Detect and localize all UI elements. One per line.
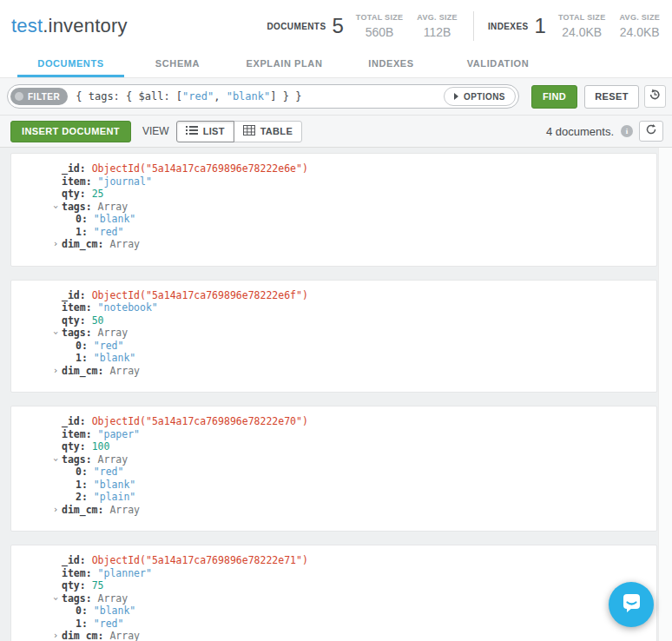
query-bar: FILTER { tags: { $all: ["red", "blank"] …: [0, 78, 672, 116]
field-value: "blank": [94, 479, 135, 491]
document-card[interactable]: _id: ObjectId("5a14a17ca769896e78222e6f"…: [10, 280, 657, 393]
field-value: "journal": [98, 175, 152, 188]
documents-stat-label: DOCUMENTS: [267, 22, 326, 31]
document-field[interactable]: 0: "red": [11, 340, 656, 353]
field-key: tags:: [62, 327, 92, 339]
document-field[interactable]: ›tags: Array: [11, 201, 656, 214]
triangle-right-icon: [454, 93, 458, 100]
field-value: "blank": [94, 213, 135, 225]
table-grid-icon: [243, 125, 260, 137]
document-field[interactable]: _id: ObjectId("5a14a17ca769896e78222e70"…: [11, 415, 656, 428]
field-value: Array: [109, 630, 140, 641]
document-field[interactable]: _id: ObjectId("5a14a17ca769896e78222e71"…: [11, 554, 656, 567]
expand-caret-icon[interactable]: ›: [51, 630, 60, 641]
document-field[interactable]: 1: "blank": [11, 352, 656, 365]
query-history-button[interactable]: [644, 85, 666, 108]
chat-widget-button[interactable]: [609, 582, 654, 627]
collection-name: .inventory: [43, 15, 127, 36]
field-value: 100: [92, 440, 110, 453]
document-field[interactable]: item: "journal": [11, 175, 656, 188]
scrollbar-track[interactable]: [658, 148, 672, 641]
insert-document-button[interactable]: INSERT DOCUMENT: [10, 121, 131, 142]
document-field[interactable]: qty: 100: [11, 440, 656, 453]
document-card[interactable]: _id: ObjectId("5a14a17ca769896e78222e6e"…: [10, 153, 657, 267]
filter-input[interactable]: { tags: { $all: ["red", "blank"] } }: [68, 90, 444, 102]
filter-query-segment: ] } }: [270, 90, 301, 102]
document-field[interactable]: 1: "red": [11, 226, 656, 239]
view-switcher: LIST TABLE: [176, 121, 302, 142]
document-field[interactable]: item: "paper": [11, 428, 656, 441]
document-field[interactable]: ›tags: Array: [11, 453, 656, 466]
query-history-icon: [648, 88, 662, 105]
document-card[interactable]: _id: ObjectId("5a14a17ca769896e78222e71"…: [10, 545, 657, 641]
document-field[interactable]: ›tags: Array: [11, 327, 656, 340]
document-field[interactable]: qty: 50: [11, 314, 656, 327]
refresh-documents-button[interactable]: [639, 121, 663, 142]
field-value: ObjectId("5a14a17ca769896e78222e71"): [92, 554, 308, 566]
field-value: Array: [109, 238, 140, 250]
document-field[interactable]: ›tags: Array: [11, 592, 656, 605]
field-key: dim_cm:: [62, 504, 103, 516]
document-field[interactable]: 1: "red": [11, 618, 656, 631]
field-value: ObjectId("5a14a17ca769896e78222e70"): [92, 415, 308, 427]
expand-caret-icon[interactable]: ›: [51, 504, 60, 517]
document-field[interactable]: 2: "plain": [11, 491, 656, 504]
table-view-button[interactable]: TABLE: [234, 121, 302, 142]
tab-schema[interactable]: SCHEMA: [124, 52, 231, 77]
namespace-title: test.inventory: [11, 15, 128, 37]
field-key: item:: [62, 567, 92, 579]
document-field[interactable]: 0: "red": [11, 466, 656, 479]
doc-total-size-stat: TOTAL SIZE 560B: [356, 13, 404, 40]
document-field[interactable]: _id: ObjectId("5a14a17ca769896e78222e6f"…: [11, 289, 656, 302]
document-field[interactable]: ›dim_cm: Array: [11, 630, 656, 641]
field-value: Array: [109, 504, 140, 516]
document-field[interactable]: ›dim_cm: Array: [11, 238, 656, 251]
collapse-caret-icon[interactable]: ›: [49, 328, 63, 337]
field-key: item:: [62, 301, 92, 314]
options-toggle-button[interactable]: OPTIONS: [444, 87, 516, 106]
list-view-button[interactable]: LIST: [176, 121, 234, 142]
expand-caret-icon[interactable]: ›: [51, 238, 60, 251]
field-value: ObjectId("5a14a17ca769896e78222e6e"): [92, 162, 308, 175]
reset-button[interactable]: RESET: [584, 85, 639, 109]
document-field[interactable]: ›dim_cm: Array: [11, 504, 656, 517]
document-card[interactable]: _id: ObjectId("5a14a17ca769896e78222e70"…: [10, 406, 657, 532]
field-key: _id:: [62, 162, 86, 175]
field-key: tags:: [62, 453, 92, 466]
document-field[interactable]: 0: "blank": [11, 605, 656, 618]
tab-explain-plan[interactable]: EXPLAIN PLAN: [231, 52, 338, 77]
field-value: Array: [98, 327, 128, 339]
expand-caret-icon[interactable]: ›: [51, 365, 60, 378]
field-key: 1:: [76, 618, 88, 630]
document-field[interactable]: qty: 75: [11, 579, 656, 592]
field-value: 25: [92, 188, 104, 200]
filter-input-container[interactable]: FILTER { tags: { $all: ["red", "blank"] …: [7, 84, 519, 109]
field-key: _id:: [62, 554, 86, 566]
tab-documents[interactable]: DOCUMENTS: [17, 52, 124, 77]
tab-indexes[interactable]: INDEXES: [338, 52, 445, 77]
field-key: item:: [62, 428, 92, 440]
collapse-caret-icon[interactable]: ›: [49, 455, 63, 464]
field-key: 2:: [76, 491, 88, 503]
doc-avg-size-stat: AVG. SIZE 112B: [417, 13, 458, 40]
document-field[interactable]: 1: "blank": [11, 479, 656, 492]
field-key: dim_cm:: [62, 630, 103, 641]
indexes-stat-value: 1: [535, 16, 546, 36]
document-field[interactable]: 0: "blank": [11, 213, 656, 226]
collapse-caret-icon[interactable]: ›: [49, 202, 63, 211]
document-field[interactable]: _id: ObjectId("5a14a17ca769896e78222e6e"…: [11, 162, 656, 175]
field-key: dim_cm:: [62, 238, 103, 250]
document-field[interactable]: qty: 25: [11, 188, 656, 201]
field-value: "red": [94, 340, 124, 352]
document-field[interactable]: ›dim_cm: Array: [11, 365, 656, 378]
collection-stats: DOCUMENTS 5 TOTAL SIZE 560B AVG. SIZE 11…: [267, 11, 662, 41]
document-field[interactable]: item: "planner": [11, 567, 656, 580]
find-button[interactable]: FIND: [531, 85, 577, 109]
tab-validation[interactable]: VALIDATION: [445, 52, 551, 77]
field-value: "red": [94, 618, 124, 630]
info-icon[interactable]: [621, 125, 633, 137]
collapse-caret-icon[interactable]: ›: [49, 594, 63, 603]
view-label: VIEW: [142, 125, 169, 137]
field-key: item:: [62, 175, 92, 188]
document-field[interactable]: item: "notebook": [11, 301, 656, 314]
